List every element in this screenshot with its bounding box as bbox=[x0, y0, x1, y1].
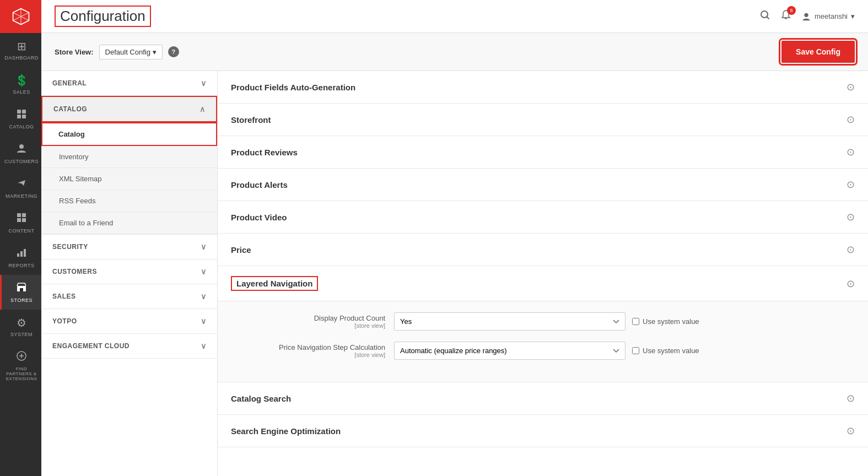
nav-sub-item-email-friend[interactable]: Email to a Friend bbox=[41, 212, 217, 234]
section-row-product-video[interactable]: Product Video ⊙ bbox=[218, 201, 868, 234]
store-view-chevron: ▾ bbox=[153, 48, 157, 56]
section-row-catalog-search[interactable]: Catalog Search ⊙ bbox=[218, 382, 868, 415]
section-chevron-product-alerts: ⊙ bbox=[847, 178, 855, 191]
nav-section-body-catalog: Catalog Inventory XML Sitemap RSS Feeds bbox=[41, 122, 217, 234]
user-chevron: ▾ bbox=[851, 12, 855, 20]
nav-chevron-sales: ∨ bbox=[201, 292, 207, 301]
form-label-display-product-count: Display Product Count [store view] bbox=[231, 314, 385, 329]
nav-section-header-sales[interactable]: SALES ∨ bbox=[41, 284, 217, 309]
svg-rect-1 bbox=[22, 110, 26, 113]
svg-rect-10 bbox=[20, 251, 23, 257]
nav-section-header-yotpo[interactable]: YOTPO ∨ bbox=[41, 309, 217, 333]
help-icon[interactable]: ? bbox=[168, 46, 179, 57]
system-value-checkbox-price-nav-step[interactable] bbox=[632, 347, 639, 354]
nav-section-customers: CUSTOMERS ∨ bbox=[41, 259, 217, 284]
select-display-product-count[interactable]: Yes No bbox=[394, 312, 626, 331]
section-title-product-reviews: Product Reviews bbox=[231, 148, 298, 157]
nav-section-header-engagement-cloud[interactable]: ENGAGEMENT CLOUD ∨ bbox=[41, 334, 217, 358]
sidebar: ⊞ DASHBOARD 💲 SALES CATALOG CUSTOMERS bbox=[0, 0, 41, 476]
section-row-seo[interactable]: Search Engine Optimization ⊙ bbox=[218, 415, 868, 447]
sidebar-item-content[interactable]: CONTENT bbox=[0, 205, 41, 240]
username: meetanshi bbox=[815, 12, 848, 20]
sidebar-item-label-stores: STORES bbox=[10, 298, 33, 303]
sidebar-item-system[interactable]: ⚙ SYSTEM bbox=[0, 310, 41, 344]
system-value-check-display-product-count[interactable]: Use system value bbox=[632, 317, 699, 326]
form-control-price-nav-step: Automatic (equalize price ranges) Automa… bbox=[394, 342, 855, 360]
nav-sub-item-rss-feeds[interactable]: RSS Feeds bbox=[41, 190, 217, 212]
section-row-price[interactable]: Price ⊙ bbox=[218, 234, 868, 266]
svg-rect-8 bbox=[22, 218, 26, 222]
sidebar-item-label-marketing: MARKETING bbox=[6, 193, 37, 199]
nav-section-general: GENERAL ∨ bbox=[41, 71, 217, 96]
nav-sub-item-inventory[interactable]: Inventory bbox=[41, 146, 217, 168]
form-row-display-product-count: Display Product Count [store view] Yes N… bbox=[231, 312, 855, 331]
section-title-storefront: Storefront bbox=[231, 115, 271, 125]
sidebar-item-customers[interactable]: CUSTOMERS bbox=[0, 136, 41, 171]
section-header-layered-navigation[interactable]: Layered Navigation ⊙ bbox=[218, 266, 868, 301]
section-chevron-seo: ⊙ bbox=[847, 425, 855, 437]
topbar-left: Configuration bbox=[55, 6, 151, 27]
nav-section-header-customers[interactable]: CUSTOMERS ∨ bbox=[41, 259, 217, 284]
nav-section-sales: SALES ∨ bbox=[41, 284, 217, 309]
sidebar-item-find-partners[interactable]: FIND PARTNERS & EXTENSIONS bbox=[0, 344, 41, 388]
nav-section-label-sales: SALES bbox=[52, 293, 76, 300]
section-chevron-catalog-search: ⊙ bbox=[847, 392, 855, 404]
section-title-product-alerts: Product Alerts bbox=[231, 180, 288, 190]
nav-sub-item-catalog[interactable]: Catalog bbox=[41, 122, 217, 146]
section-chevron-product-reviews: ⊙ bbox=[847, 146, 855, 158]
nav-section-header-security[interactable]: SECURITY ∨ bbox=[41, 235, 217, 259]
save-config-button[interactable]: Save Config bbox=[781, 41, 855, 63]
sidebar-item-label-system: SYSTEM bbox=[10, 332, 33, 337]
section-title-product-video: Product Video bbox=[231, 213, 287, 222]
nav-section-label-yotpo: YOTPO bbox=[52, 317, 77, 325]
search-icon[interactable] bbox=[759, 9, 770, 23]
section-row-product-reviews[interactable]: Product Reviews ⊙ bbox=[218, 136, 868, 169]
sidebar-item-label-find-partners: FIND PARTNERS & EXTENSIONS bbox=[4, 366, 39, 381]
nav-section-header-general[interactable]: GENERAL ∨ bbox=[41, 71, 217, 95]
select-price-nav-step[interactable]: Automatic (equalize price ranges) Automa… bbox=[394, 342, 626, 360]
section-row-storefront[interactable]: Storefront ⊙ bbox=[218, 104, 868, 136]
svg-rect-6 bbox=[22, 213, 26, 217]
sidebar-item-reports[interactable]: REPORTS bbox=[0, 240, 41, 275]
form-label-price-nav-step: Price Navigation Step Calculation [store… bbox=[231, 343, 385, 358]
form-row-price-nav-step: Price Navigation Step Calculation [store… bbox=[231, 342, 855, 360]
sidebar-item-catalog[interactable]: CATALOG bbox=[0, 101, 41, 136]
nav-sub-item-xml-sitemap[interactable]: XML Sitemap bbox=[41, 168, 217, 190]
system-value-checkbox-display-product-count[interactable] bbox=[632, 318, 639, 325]
svg-rect-13 bbox=[20, 288, 23, 291]
sidebar-logo bbox=[0, 0, 41, 33]
section-chevron-product-video: ⊙ bbox=[847, 211, 855, 223]
user-menu[interactable]: meetanshi ▾ bbox=[801, 12, 855, 21]
sidebar-item-marketing[interactable]: MARKETING bbox=[0, 171, 41, 205]
nav-section-yotpo: YOTPO ∨ bbox=[41, 309, 217, 334]
nav-chevron-engagement-cloud: ∨ bbox=[201, 342, 207, 350]
sidebar-item-label-dashboard: DASHBOARD bbox=[4, 55, 39, 61]
sidebar-item-stores[interactable]: STORES bbox=[0, 275, 41, 310]
left-nav: GENERAL ∨ CATALOG ∧ Catalog bbox=[41, 71, 218, 476]
section-row-product-alerts[interactable]: Product Alerts ⊙ bbox=[218, 169, 868, 201]
sidebar-item-sales[interactable]: 💲 SALES bbox=[0, 67, 41, 101]
find-partners-icon bbox=[16, 350, 27, 364]
svg-rect-9 bbox=[17, 253, 19, 257]
catalog-icon bbox=[16, 108, 27, 122]
main-area: Configuration 8 mee bbox=[41, 0, 868, 476]
nav-section-header-catalog[interactable]: CATALOG ∧ bbox=[41, 96, 217, 122]
nav-section-label-customers: CUSTOMERS bbox=[52, 268, 97, 275]
sidebar-item-dashboard[interactable]: ⊞ DASHBOARD bbox=[0, 33, 41, 67]
notifications-icon[interactable]: 8 bbox=[780, 9, 791, 23]
store-view-value: Default Config bbox=[105, 48, 150, 56]
section-title-product-fields: Product Fields Auto-Generation bbox=[231, 83, 355, 92]
marketing-icon bbox=[16, 177, 27, 191]
section-chevron-storefront: ⊙ bbox=[847, 113, 855, 126]
svg-rect-0 bbox=[17, 110, 21, 113]
topbar: Configuration 8 mee bbox=[41, 0, 868, 33]
nav-section-catalog: CATALOG ∧ Catalog Inventory XML Sitemap bbox=[41, 96, 217, 235]
section-title-price: Price bbox=[231, 245, 251, 255]
store-view-select[interactable]: Default Config ▾ bbox=[99, 45, 163, 60]
section-title-seo: Search Engine Optimization bbox=[231, 426, 341, 436]
section-row-product-fields[interactable]: Product Fields Auto-Generation ⊙ bbox=[218, 71, 868, 104]
system-value-check-price-nav-step[interactable]: Use system value bbox=[632, 347, 699, 355]
content-icon bbox=[16, 212, 27, 226]
nav-chevron-general: ∨ bbox=[201, 79, 207, 88]
svg-rect-11 bbox=[24, 249, 26, 257]
